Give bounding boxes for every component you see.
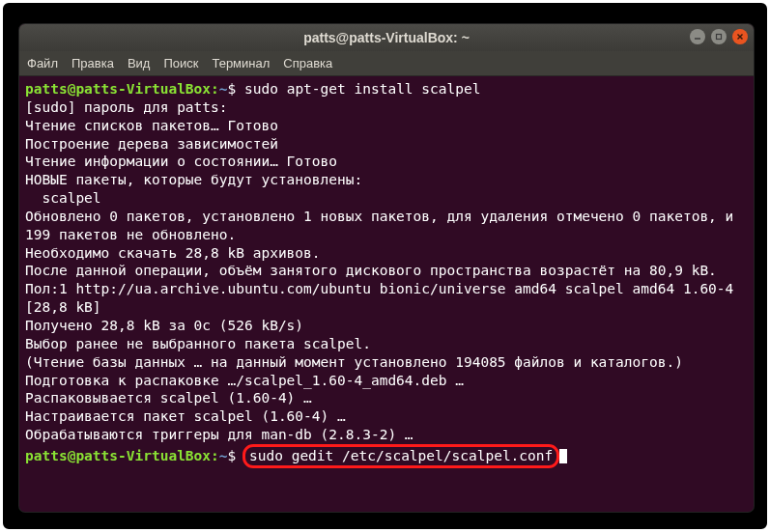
output-line: (Чтение базы данных … на данный момент у… (25, 354, 683, 370)
menu-help[interactable]: Справка (283, 56, 332, 70)
window-title: patts@patts-VirtualBox: ~ (303, 30, 470, 45)
minimize-icon (694, 33, 701, 41)
output-line: Необходимо скачать 28,8 kB архивов. (25, 245, 321, 261)
output-line: Подготовка к распаковке …/scalpel_1.60-4… (25, 373, 464, 388)
close-button[interactable] (732, 29, 748, 44)
svg-rect-1 (717, 35, 722, 40)
output-line: Получено 28,8 kB за 0с (526 kB/s) (25, 318, 303, 333)
minimize-button[interactable] (690, 29, 705, 44)
output-line: Выбор ранее не выбранного пакета scalpel… (25, 336, 371, 351)
prompt-path: ~ (219, 448, 228, 463)
prompt-colon: : (211, 81, 219, 97)
prompt-userhost: patts@patts-VirtualBox (25, 448, 211, 463)
output-line: [sudo] пароль для patts: (25, 99, 228, 115)
window-titlebar: patts@patts-VirtualBox: ~ (19, 24, 754, 51)
output-line: scalpel (25, 190, 101, 206)
menu-bar: Файл Правка Вид Поиск Терминал Справка (19, 51, 754, 76)
menu-search[interactable]: Поиск (163, 56, 198, 70)
prompt-sigil: $ (228, 448, 237, 463)
output-line: Построение дерева зависимостей (25, 136, 278, 152)
prompt-userhost: patts@patts-VirtualBox (25, 81, 211, 97)
output-line: Обновлено 0 пакетов, установлено 1 новых… (25, 209, 742, 242)
output-line: Распаковывается scalpel (1.60-4) … (25, 390, 312, 406)
prompt-sigil: $ (228, 81, 237, 97)
menu-view[interactable]: Вид (128, 56, 151, 70)
screenshot-frame: patts@patts-VirtualBox: ~ Файл Правка Ви… (3, 3, 767, 529)
prompt-colon: : (211, 448, 219, 463)
terminal-window: patts@patts-VirtualBox: ~ Файл Правка Ви… (19, 24, 754, 512)
menu-edit[interactable]: Правка (71, 56, 114, 70)
text-cursor (559, 449, 567, 463)
output-line: НОВЫЕ пакеты, которые будут установлены: (25, 172, 362, 187)
menu-file[interactable]: Файл (27, 56, 58, 70)
command-1: sudo apt-get install scalpel (244, 81, 480, 97)
close-icon (736, 33, 744, 41)
highlighted-command: sudo gedit /etc/scalpel/scalpel.conf (242, 444, 559, 468)
prompt-path: ~ (219, 81, 228, 97)
maximize-icon (715, 33, 723, 41)
output-line: Пол:1 http://ua.archive.ubuntu.com/ubunt… (25, 281, 742, 315)
output-line: Чтение информации о состоянии… Готово (25, 154, 337, 169)
terminal-body[interactable]: patts@patts-VirtualBox:~$ sudo apt-get i… (19, 76, 754, 472)
maximize-button[interactable] (711, 29, 727, 44)
command-2: sudo gedit /etc/scalpel/scalpel.conf (249, 448, 553, 463)
output-line: Чтение списков пакетов… Готово (25, 118, 278, 133)
window-controls (690, 29, 748, 44)
output-line: После данной операции, объём занятого ди… (25, 263, 717, 278)
output-line: Обрабатываются триггеры для man-db (2.8.… (25, 427, 414, 442)
output-line: Настраивается пакет scalpel (1.60-4) … (25, 408, 346, 424)
menu-terminal[interactable]: Терминал (212, 56, 270, 70)
